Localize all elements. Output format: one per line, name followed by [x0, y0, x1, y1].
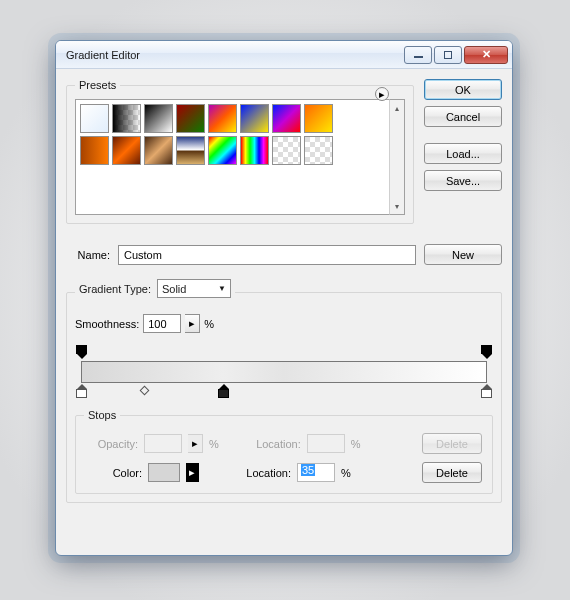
presets-flyout-button[interactable]: ▸ [375, 87, 389, 101]
opacity-flyout-button: ▸ [188, 434, 203, 453]
window-title: Gradient Editor [66, 49, 402, 61]
scroll-up-icon[interactable]: ▴ [390, 100, 404, 116]
presets-grid [75, 99, 389, 215]
stops-color-row: Color: ▸ Location: 35 % Delete [86, 462, 482, 483]
preset-swatch[interactable] [208, 104, 237, 133]
delete-opacity-stop-button: Delete [422, 433, 482, 454]
gradient-bar[interactable] [81, 361, 487, 383]
location-label: Location: [235, 467, 291, 479]
location-unit: % [351, 438, 361, 450]
minimize-button[interactable] [404, 46, 432, 64]
preset-swatch[interactable] [208, 136, 237, 165]
opacity-label: Opacity: [86, 438, 138, 450]
maximize-icon [444, 51, 452, 59]
preset-swatch[interactable] [304, 104, 333, 133]
stops-legend: Stops [84, 409, 120, 421]
opacity-unit: % [209, 438, 219, 450]
close-button[interactable]: ✕ [464, 46, 508, 64]
gradient-type-select[interactable]: Solid ▼ [157, 279, 231, 298]
color-well[interactable] [148, 463, 180, 482]
top-row: Presets ▸ [66, 79, 502, 224]
opacity-stop-left[interactable] [76, 345, 87, 359]
flyout-icon: ▸ [189, 317, 195, 330]
color-location-input[interactable]: 35 [297, 463, 335, 482]
stops-opacity-row: Opacity: ▸ % Location: % Delete [86, 433, 482, 454]
presets-panel: ▴ ▾ [75, 99, 405, 215]
preset-swatch[interactable] [176, 104, 205, 133]
color-stop-selected[interactable] [218, 384, 229, 398]
opacity-input [144, 434, 182, 453]
close-icon: ✕ [482, 48, 491, 61]
titlebar[interactable]: Gradient Editor ✕ [56, 41, 512, 69]
scroll-down-icon[interactable]: ▾ [390, 198, 404, 214]
presets-legend: Presets [75, 79, 120, 91]
color-flyout-button[interactable]: ▸ [186, 463, 199, 482]
flyout-icon: ▸ [379, 88, 385, 101]
preset-swatch[interactable] [240, 136, 269, 165]
presets-group: Presets ▸ [66, 79, 414, 224]
opacity-location-input [307, 434, 345, 453]
preset-swatch[interactable] [144, 136, 173, 165]
maximize-button[interactable] [434, 46, 462, 64]
location-label: Location: [245, 438, 301, 450]
minimize-icon [414, 56, 423, 58]
opacity-stop-right[interactable] [481, 345, 492, 359]
location-unit: % [341, 467, 351, 479]
name-input[interactable] [118, 245, 416, 265]
preset-swatch[interactable] [80, 104, 109, 133]
name-row: Name: New [66, 244, 502, 265]
preset-swatch[interactable] [304, 136, 333, 165]
chevron-down-icon: ▼ [218, 284, 226, 293]
scroll-track[interactable] [390, 116, 404, 198]
smoothness-input[interactable]: 100 [143, 314, 181, 333]
smoothness-label: Smoothness: [75, 318, 139, 330]
name-label: Name: [66, 249, 110, 261]
gradient-editor-window: Gradient Editor ✕ Presets ▸ [55, 40, 513, 556]
client-area: Presets ▸ [56, 69, 512, 515]
smoothness-flyout-button[interactable]: ▸ [185, 314, 200, 333]
smoothness-row: Smoothness: 100 ▸ % [75, 314, 493, 333]
gradient-editor-strip[interactable] [75, 343, 493, 401]
preset-swatch[interactable] [272, 104, 301, 133]
color-stop[interactable] [76, 384, 87, 398]
stops-group: Stops Opacity: ▸ % Location: % Delete [75, 409, 493, 494]
preset-swatch[interactable] [272, 136, 301, 165]
preset-swatch[interactable] [80, 136, 109, 165]
load-button[interactable]: Load... [424, 143, 502, 164]
cancel-button[interactable]: Cancel [424, 106, 502, 127]
color-label: Color: [86, 467, 142, 479]
flyout-icon: ▸ [192, 437, 198, 450]
button-column: OK Cancel Load... Save... [424, 79, 502, 224]
delete-color-stop-button[interactable]: Delete [422, 462, 482, 483]
preset-swatch[interactable] [176, 136, 205, 165]
presets-scrollbar[interactable]: ▴ ▾ [389, 99, 405, 215]
midpoint-handle[interactable] [140, 386, 150, 396]
new-button[interactable]: New [424, 244, 502, 265]
gradient-type-value: Solid [162, 283, 186, 295]
ok-button[interactable]: OK [424, 79, 502, 100]
preset-swatch[interactable] [112, 136, 141, 165]
color-stop[interactable] [481, 384, 492, 398]
preset-swatch[interactable] [112, 104, 141, 133]
preset-swatch[interactable] [144, 104, 173, 133]
gradient-type-row: Gradient Type: Solid ▼ [75, 279, 235, 306]
flyout-icon: ▸ [189, 466, 195, 479]
gradient-type-group: Gradient Type: Solid ▼ Smoothness: 100 ▸… [66, 279, 502, 503]
preset-swatch[interactable] [240, 104, 269, 133]
smoothness-unit: % [204, 318, 214, 330]
gradient-type-label: Gradient Type: [79, 283, 151, 295]
save-button[interactable]: Save... [424, 170, 502, 191]
